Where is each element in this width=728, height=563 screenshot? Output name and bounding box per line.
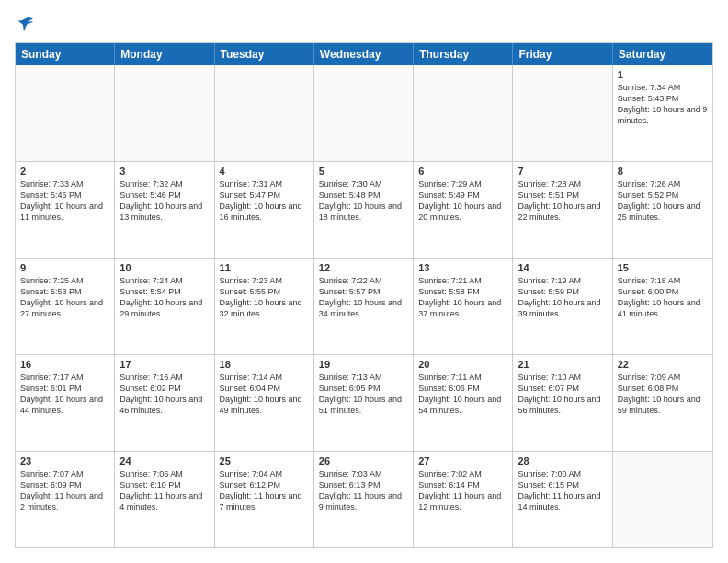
day-number: 24	[119, 455, 209, 466]
calendar-cell: 28Sunrise: 7:00 AM Sunset: 6:15 PM Dayli…	[513, 452, 612, 547]
cell-text: Sunrise: 7:14 AM Sunset: 6:04 PM Dayligh…	[220, 372, 309, 417]
day-number: 10	[119, 262, 209, 273]
calendar-cell: 21Sunrise: 7:10 AM Sunset: 6:07 PM Dayli…	[513, 355, 612, 451]
calendar-cell: 13Sunrise: 7:21 AM Sunset: 5:58 PM Dayli…	[414, 259, 513, 354]
calendar-row: 1Sunrise: 7:34 AM Sunset: 5:43 PM Daylig…	[16, 65, 712, 162]
calendar-cell: 9Sunrise: 7:25 AM Sunset: 5:53 PM Daylig…	[16, 259, 115, 354]
day-number: 12	[319, 262, 408, 273]
cell-text: Sunrise: 7:19 AM Sunset: 5:59 PM Dayligh…	[518, 275, 607, 320]
cell-text: Sunrise: 7:21 AM Sunset: 5:58 PM Dayligh…	[418, 275, 507, 320]
day-number: 20	[418, 359, 507, 370]
calendar-row: 2Sunrise: 7:33 AM Sunset: 5:45 PM Daylig…	[16, 162, 712, 259]
cell-text: Sunrise: 7:23 AM Sunset: 5:55 PM Dayligh…	[220, 275, 309, 320]
calendar-cell: 18Sunrise: 7:14 AM Sunset: 6:04 PM Dayli…	[215, 355, 314, 451]
day-number: 26	[319, 455, 408, 466]
day-number: 17	[119, 359, 209, 370]
day-number: 5	[319, 166, 408, 177]
cell-text: Sunrise: 7:03 AM Sunset: 6:13 PM Dayligh…	[319, 468, 408, 513]
day-number: 16	[20, 359, 109, 370]
cell-text: Sunrise: 7:26 AM Sunset: 5:52 PM Dayligh…	[618, 178, 708, 224]
day-number: 2	[20, 166, 109, 177]
weekday-header: Wednesday	[314, 43, 414, 65]
calendar-cell: 23Sunrise: 7:07 AM Sunset: 6:09 PM Dayli…	[16, 452, 115, 547]
calendar-cell	[613, 452, 712, 547]
weekday-header: Monday	[115, 43, 214, 65]
calendar-cell: 1Sunrise: 7:34 AM Sunset: 5:43 PM Daylig…	[613, 65, 712, 161]
calendar-cell	[314, 65, 414, 161]
day-number: 3	[119, 166, 209, 177]
calendar: SundayMondayTuesdayWednesdayThursdayFrid…	[15, 42, 713, 548]
logo-bird-icon	[17, 15, 35, 33]
page: SundayMondayTuesdayWednesdayThursdayFrid…	[0, 0, 728, 563]
calendar-cell: 19Sunrise: 7:13 AM Sunset: 6:05 PM Dayli…	[314, 355, 414, 451]
cell-text: Sunrise: 7:34 AM Sunset: 5:43 PM Dayligh…	[618, 82, 708, 127]
calendar-cell: 17Sunrise: 7:16 AM Sunset: 6:02 PM Dayli…	[115, 355, 214, 451]
calendar-cell: 15Sunrise: 7:18 AM Sunset: 6:00 PM Dayli…	[613, 259, 712, 354]
cell-text: Sunrise: 7:31 AM Sunset: 5:47 PM Dayligh…	[220, 178, 309, 224]
cell-text: Sunrise: 7:18 AM Sunset: 6:00 PM Dayligh…	[618, 275, 708, 320]
cell-text: Sunrise: 7:22 AM Sunset: 5:57 PM Dayligh…	[319, 275, 408, 320]
day-number: 22	[618, 359, 708, 370]
day-number: 18	[220, 359, 309, 370]
calendar-cell: 16Sunrise: 7:17 AM Sunset: 6:01 PM Dayli…	[16, 355, 115, 451]
cell-text: Sunrise: 7:17 AM Sunset: 6:01 PM Dayligh…	[20, 372, 109, 417]
calendar-cell: 27Sunrise: 7:02 AM Sunset: 6:14 PM Dayli…	[414, 452, 513, 547]
day-number: 28	[518, 455, 607, 466]
calendar-cell: 20Sunrise: 7:11 AM Sunset: 6:06 PM Dayli…	[414, 355, 513, 451]
calendar-cell: 4Sunrise: 7:31 AM Sunset: 5:47 PM Daylig…	[215, 162, 314, 258]
calendar-cell: 8Sunrise: 7:26 AM Sunset: 5:52 PM Daylig…	[613, 162, 712, 258]
calendar-cell: 10Sunrise: 7:24 AM Sunset: 5:54 PM Dayli…	[115, 259, 214, 354]
day-number: 6	[418, 166, 507, 177]
calendar-row: 16Sunrise: 7:17 AM Sunset: 6:01 PM Dayli…	[16, 355, 712, 452]
cell-text: Sunrise: 7:33 AM Sunset: 5:45 PM Dayligh…	[20, 178, 109, 224]
calendar-cell: 12Sunrise: 7:22 AM Sunset: 5:57 PM Dayli…	[314, 259, 414, 354]
day-number: 7	[518, 166, 607, 177]
cell-text: Sunrise: 7:07 AM Sunset: 6:09 PM Dayligh…	[20, 468, 109, 513]
day-number: 19	[319, 359, 408, 370]
calendar-cell	[16, 65, 115, 161]
weekday-header: Thursday	[414, 43, 513, 65]
calendar-cell	[414, 65, 513, 161]
calendar-cell: 7Sunrise: 7:28 AM Sunset: 5:51 PM Daylig…	[513, 162, 612, 258]
calendar-cell: 3Sunrise: 7:32 AM Sunset: 5:46 PM Daylig…	[115, 162, 214, 258]
cell-text: Sunrise: 7:04 AM Sunset: 6:12 PM Dayligh…	[220, 468, 309, 513]
weekday-header: Friday	[513, 43, 612, 65]
day-number: 23	[20, 455, 109, 466]
calendar-header: SundayMondayTuesdayWednesdayThursdayFrid…	[16, 43, 712, 65]
cell-text: Sunrise: 7:13 AM Sunset: 6:05 PM Dayligh…	[319, 372, 408, 417]
weekday-header: Tuesday	[215, 43, 314, 65]
calendar-cell: 26Sunrise: 7:03 AM Sunset: 6:13 PM Dayli…	[314, 452, 414, 547]
calendar-cell: 6Sunrise: 7:29 AM Sunset: 5:49 PM Daylig…	[414, 162, 513, 258]
calendar-cell: 22Sunrise: 7:09 AM Sunset: 6:08 PM Dayli…	[613, 355, 712, 451]
calendar-cell	[115, 65, 214, 161]
cell-text: Sunrise: 7:28 AM Sunset: 5:51 PM Dayligh…	[518, 178, 607, 224]
calendar-body: 1Sunrise: 7:34 AM Sunset: 5:43 PM Daylig…	[16, 65, 712, 547]
calendar-cell: 11Sunrise: 7:23 AM Sunset: 5:55 PM Dayli…	[215, 259, 314, 354]
day-number: 21	[518, 359, 607, 370]
day-number: 15	[618, 262, 708, 273]
day-number: 11	[220, 262, 309, 273]
day-number: 25	[220, 455, 309, 466]
calendar-cell: 5Sunrise: 7:30 AM Sunset: 5:48 PM Daylig…	[314, 162, 414, 258]
cell-text: Sunrise: 7:00 AM Sunset: 6:15 PM Dayligh…	[518, 468, 607, 513]
day-number: 1	[618, 69, 708, 80]
calendar-cell: 2Sunrise: 7:33 AM Sunset: 5:45 PM Daylig…	[16, 162, 115, 258]
calendar-cell: 25Sunrise: 7:04 AM Sunset: 6:12 PM Dayli…	[215, 452, 314, 547]
calendar-cell: 14Sunrise: 7:19 AM Sunset: 5:59 PM Dayli…	[513, 259, 612, 354]
logo	[15, 15, 35, 33]
header	[15, 15, 713, 33]
day-number: 8	[618, 166, 708, 177]
calendar-row: 23Sunrise: 7:07 AM Sunset: 6:09 PM Dayli…	[16, 452, 712, 547]
day-number: 14	[518, 262, 607, 273]
cell-text: Sunrise: 7:30 AM Sunset: 5:48 PM Dayligh…	[319, 178, 408, 224]
cell-text: Sunrise: 7:11 AM Sunset: 6:06 PM Dayligh…	[418, 372, 507, 417]
calendar-cell: 24Sunrise: 7:06 AM Sunset: 6:10 PM Dayli…	[115, 452, 214, 547]
cell-text: Sunrise: 7:06 AM Sunset: 6:10 PM Dayligh…	[119, 468, 209, 513]
cell-text: Sunrise: 7:16 AM Sunset: 6:02 PM Dayligh…	[119, 372, 209, 417]
calendar-cell	[215, 65, 314, 161]
cell-text: Sunrise: 7:29 AM Sunset: 5:49 PM Dayligh…	[418, 178, 507, 224]
cell-text: Sunrise: 7:25 AM Sunset: 5:53 PM Dayligh…	[20, 275, 109, 320]
cell-text: Sunrise: 7:02 AM Sunset: 6:14 PM Dayligh…	[418, 468, 507, 513]
day-number: 9	[20, 262, 109, 273]
calendar-cell	[513, 65, 612, 161]
